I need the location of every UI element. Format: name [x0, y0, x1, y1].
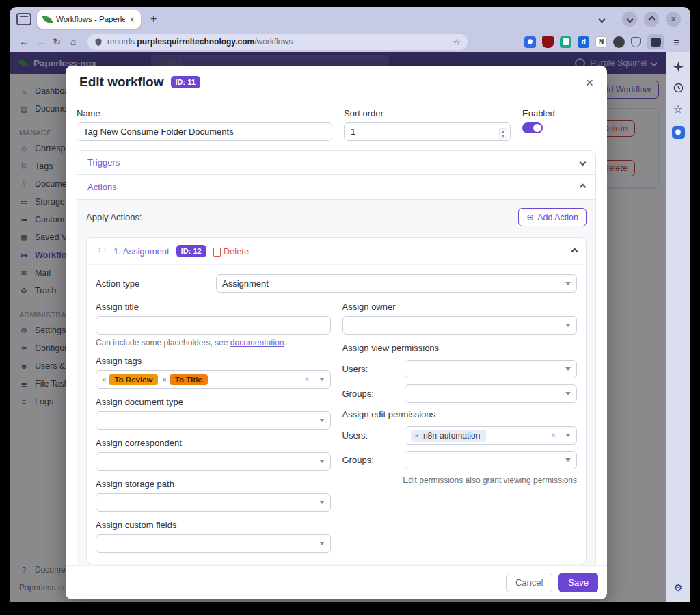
window-controls: × [622, 12, 681, 27]
home-button[interactable]: ⌂ [67, 36, 79, 47]
sidebar-settings-gear-icon[interactable]: ⚙ [674, 583, 683, 592]
edit-permissions-hint: Edit permissions also grant viewing perm… [342, 475, 578, 485]
assign-title-label: Assign title [96, 302, 331, 312]
assign-tags-select[interactable]: ×To Review ×To Title × [96, 370, 331, 389]
chevron-up-icon [580, 184, 587, 191]
bitwarden-sidebar-icon[interactable] [672, 126, 685, 139]
enabled-label: Enabled [522, 108, 555, 118]
shield-icon[interactable] [94, 38, 103, 47]
action-card: ⋮⋮ 1. Assignment ID: 12 Delete Action ty… [86, 237, 587, 564]
edit-groups-select[interactable] [405, 451, 578, 469]
assign-owner-select[interactable] [342, 316, 578, 335]
workflow-id-badge: ID: 11 [171, 76, 200, 88]
assign-tags-label: Assign tags [96, 356, 331, 366]
assign-custom-fields-select[interactable] [96, 534, 331, 553]
remove-tag-icon[interactable]: × [162, 376, 166, 384]
view-users-label: Users: [342, 364, 405, 374]
assign-document-type-select[interactable] [96, 411, 331, 430]
tab-list-chevron-icon[interactable] [599, 16, 606, 23]
browser-window: Workflows - Paperless-n × + × ← → ↻ ⌂ re… [10, 7, 690, 602]
view-users-select[interactable] [405, 360, 578, 378]
drag-handle-icon[interactable]: ⋮⋮ [96, 247, 107, 256]
menu-hamburger-icon[interactable]: ≡ [671, 36, 682, 48]
close-icon[interactable]: × [586, 76, 593, 89]
action-type-select[interactable]: Assignment [216, 274, 577, 293]
remove-tag-icon[interactable]: × [102, 376, 106, 384]
caret-icon [319, 501, 325, 504]
assign-document-type-label: Assign document type [96, 397, 331, 407]
edit-workflow-modal: Edit workflow ID: 11 × Name Sort order ▲… [66, 66, 607, 599]
view-permissions-heading: Assign view permissions [342, 343, 578, 353]
new-tab-button[interactable]: + [146, 13, 161, 25]
tag-chip: ×To Review [102, 374, 158, 385]
navigation-bar: ← → ↻ ⌂ records.purplesquirreltechnology… [10, 31, 690, 52]
assign-correspondent-select[interactable] [96, 452, 331, 471]
notion-extension-icon[interactable]: N [595, 36, 607, 48]
caret-icon [565, 282, 571, 285]
assign-correspondent-label: Assign correspondent [96, 438, 331, 448]
ublock-extension-icon[interactable] [542, 36, 554, 48]
assign-storage-path-label: Assign storage path [96, 479, 331, 489]
save-button[interactable]: Save [558, 573, 598, 592]
paperless-favicon-icon [42, 14, 53, 25]
number-stepper[interactable]: ▲▼ [499, 128, 507, 140]
tab-title: Workflows - Paperless-n [56, 15, 125, 23]
tab-bar: Workflows - Paperless-n × + × [10, 7, 690, 31]
documentation-link[interactable]: documentation [230, 338, 284, 348]
sparkle-icon[interactable] [673, 62, 684, 72]
sort-order-input[interactable] [344, 122, 511, 141]
add-action-button[interactable]: ⊕ Add Action [518, 208, 587, 226]
back-button[interactable]: ← [18, 36, 30, 47]
sidebar-toggle-button[interactable] [647, 34, 664, 49]
enabled-toggle[interactable] [522, 122, 543, 133]
view-groups-select[interactable] [405, 384, 578, 403]
assign-title-input[interactable] [96, 316, 331, 335]
chevron-down-icon [580, 159, 587, 166]
name-label: Name [77, 108, 332, 118]
extension-toolbar: d N ≡ [524, 34, 682, 49]
assign-storage-path-select[interactable] [96, 493, 331, 512]
reload-button[interactable]: ↻ [51, 36, 63, 47]
firefox-view-icon[interactable] [16, 13, 31, 25]
edit-users-label: Users: [342, 430, 405, 441]
plus-circle-icon: ⊕ [526, 212, 534, 222]
url-text: records.purplesquirreltechnology.com/wor… [107, 37, 448, 47]
history-clock-icon[interactable] [673, 83, 684, 93]
action-id-badge: ID: 12 [176, 245, 206, 257]
clipboard-extension-icon[interactable] [560, 36, 571, 48]
action-title-link[interactable]: 1. Assignment [113, 246, 170, 257]
view-groups-label: Groups: [342, 389, 405, 399]
chevron-up-icon [571, 248, 578, 254]
apply-actions-label: Apply Actions: [86, 212, 142, 222]
d-extension-icon[interactable]: d [578, 36, 589, 48]
trash-icon [213, 248, 221, 257]
forward-button[interactable]: → [34, 36, 46, 47]
remove-user-icon[interactable]: × [415, 432, 419, 440]
edit-users-select[interactable]: ×n8n-automation × [405, 426, 578, 445]
delete-action-button[interactable]: Delete [213, 246, 250, 257]
action-form: Action type Assignment Assign title Can [87, 265, 586, 564]
close-window-button[interactable]: × [666, 12, 681, 27]
caret-icon [319, 460, 325, 463]
bitwarden-extension-icon[interactable] [524, 36, 536, 48]
caret-icon [319, 542, 325, 545]
assign-custom-fields-label: Assign custom fields [96, 520, 331, 530]
action-card-header[interactable]: ⋮⋮ 1. Assignment ID: 12 Delete [87, 238, 586, 265]
tab-close-icon[interactable]: × [129, 14, 135, 25]
minimize-button[interactable] [622, 12, 637, 27]
bookmark-star-icon[interactable]: ☆ [453, 37, 461, 47]
extension-icon[interactable] [613, 36, 625, 48]
clear-select-icon[interactable]: × [551, 431, 556, 441]
extension-shield-icon[interactable] [631, 37, 641, 47]
maximize-button[interactable] [644, 12, 659, 27]
caret-icon [565, 458, 571, 462]
url-bar[interactable]: records.purplesquirreltechnology.com/wor… [88, 34, 468, 50]
edit-groups-label: Groups: [342, 455, 405, 465]
actions-accordion-header[interactable]: Actions [77, 174, 595, 199]
bookmarks-star-icon[interactable]: ☆ [673, 104, 683, 115]
browser-tab[interactable]: Workflows - Paperless-n × [37, 10, 141, 29]
cancel-button[interactable]: Cancel [506, 573, 552, 592]
triggers-accordion-header[interactable]: Triggers [77, 151, 595, 174]
workflow-name-input[interactable] [77, 122, 332, 141]
clear-select-icon[interactable]: × [304, 375, 309, 384]
